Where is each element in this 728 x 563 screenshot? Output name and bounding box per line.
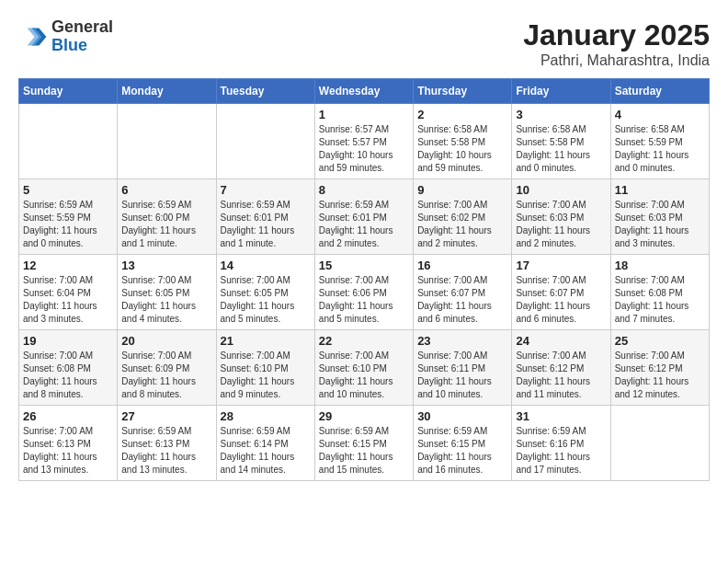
header-day-thursday: Thursday [414, 79, 512, 104]
day-number: 9 [417, 183, 507, 197]
day-number: 13 [121, 259, 211, 272]
calendar-cell: 17Sunrise: 7:00 AM Sunset: 6:07 PM Dayli… [512, 255, 610, 330]
day-info: Sunrise: 6:58 AM Sunset: 5:58 PM Dayligh… [417, 123, 507, 175]
calendar-title: January 2025 [523, 18, 710, 52]
title-block: January 2025 Pathri, Maharashtra, India [523, 18, 710, 69]
header-day-wednesday: Wednesday [314, 79, 413, 104]
day-info: Sunrise: 7:00 AM Sunset: 6:09 PM Dayligh… [121, 350, 211, 401]
day-info: Sunrise: 7:00 AM Sunset: 6:07 PM Dayligh… [417, 274, 507, 326]
calendar-cell: 22Sunrise: 7:00 AM Sunset: 6:10 PM Dayli… [314, 330, 413, 406]
day-info: Sunrise: 7:00 AM Sunset: 6:04 PM Dayligh… [23, 274, 113, 326]
day-number: 17 [516, 259, 606, 272]
day-info: Sunrise: 6:59 AM Sunset: 6:01 PM Dayligh… [221, 199, 311, 250]
calendar-cell: 25Sunrise: 7:00 AM Sunset: 6:12 PM Dayli… [610, 330, 709, 406]
day-number: 22 [319, 334, 409, 348]
calendar-cell: 31Sunrise: 6:59 AM Sunset: 6:16 PM Dayli… [512, 406, 610, 481]
day-number: 4 [615, 108, 705, 121]
day-info: Sunrise: 7:00 AM Sunset: 6:12 PM Dayligh… [516, 350, 606, 401]
day-number: 27 [121, 409, 211, 423]
day-info: Sunrise: 6:59 AM Sunset: 6:01 PM Dayligh… [319, 199, 409, 250]
day-info: Sunrise: 6:59 AM Sunset: 6:15 PM Dayligh… [319, 425, 409, 477]
day-info: Sunrise: 7:00 AM Sunset: 6:03 PM Dayligh… [615, 199, 705, 250]
day-info: Sunrise: 6:59 AM Sunset: 5:59 PM Dayligh… [23, 199, 113, 250]
logo-icon [18, 22, 48, 52]
calendar-cell: 23Sunrise: 7:00 AM Sunset: 6:11 PM Dayli… [414, 330, 512, 406]
logo: General Blue [18, 18, 113, 55]
header-day-sunday: Sunday [19, 79, 118, 104]
calendar-header-row: SundayMondayTuesdayWednesdayThursdayFrid… [19, 79, 710, 104]
calendar-cell [19, 104, 118, 179]
calendar-cell: 1Sunrise: 6:57 AM Sunset: 5:57 PM Daylig… [314, 104, 413, 179]
calendar-cell: 21Sunrise: 7:00 AM Sunset: 6:10 PM Dayli… [216, 330, 314, 406]
day-number: 16 [417, 259, 507, 272]
day-info: Sunrise: 6:57 AM Sunset: 5:57 PM Dayligh… [319, 123, 409, 175]
day-info: Sunrise: 7:00 AM Sunset: 6:05 PM Dayligh… [121, 274, 211, 326]
calendar-cell: 9Sunrise: 7:00 AM Sunset: 6:02 PM Daylig… [414, 179, 512, 255]
logo-general-text: General [51, 18, 113, 37]
calendar-cell: 24Sunrise: 7:00 AM Sunset: 6:12 PM Dayli… [512, 330, 610, 406]
calendar-week-3: 12Sunrise: 7:00 AM Sunset: 6:04 PM Dayli… [19, 255, 710, 330]
day-info: Sunrise: 7:00 AM Sunset: 6:10 PM Dayligh… [221, 350, 311, 401]
calendar-cell: 3Sunrise: 6:58 AM Sunset: 5:58 PM Daylig… [512, 104, 610, 179]
day-number: 31 [516, 409, 606, 423]
calendar-cell: 14Sunrise: 7:00 AM Sunset: 6:05 PM Dayli… [216, 255, 314, 330]
calendar-week-2: 5Sunrise: 6:59 AM Sunset: 5:59 PM Daylig… [19, 179, 710, 255]
calendar-cell: 11Sunrise: 7:00 AM Sunset: 6:03 PM Dayli… [610, 179, 709, 255]
day-info: Sunrise: 7:00 AM Sunset: 6:02 PM Dayligh… [417, 199, 507, 250]
calendar-cell [610, 406, 709, 481]
day-info: Sunrise: 6:59 AM Sunset: 6:14 PM Dayligh… [221, 425, 311, 477]
day-number: 5 [23, 183, 113, 197]
logo-blue-text: Blue [51, 37, 113, 55]
calendar-cell: 26Sunrise: 7:00 AM Sunset: 6:13 PM Dayli… [19, 406, 118, 481]
calendar-cell: 30Sunrise: 6:59 AM Sunset: 6:15 PM Dayli… [414, 406, 512, 481]
calendar-cell: 27Sunrise: 6:59 AM Sunset: 6:13 PM Dayli… [118, 406, 216, 481]
page-header: General Blue January 2025 Pathri, Mahara… [18, 18, 710, 69]
day-number: 10 [516, 183, 606, 197]
day-info: Sunrise: 6:59 AM Sunset: 6:00 PM Dayligh… [121, 199, 211, 250]
calendar-cell: 20Sunrise: 7:00 AM Sunset: 6:09 PM Dayli… [118, 330, 216, 406]
day-info: Sunrise: 7:00 AM Sunset: 6:12 PM Dayligh… [615, 350, 705, 401]
day-number: 21 [221, 334, 311, 348]
day-info: Sunrise: 6:58 AM Sunset: 5:59 PM Dayligh… [615, 123, 705, 175]
calendar-cell: 15Sunrise: 7:00 AM Sunset: 6:06 PM Dayli… [314, 255, 413, 330]
header-day-friday: Friday [512, 79, 610, 104]
header-day-tuesday: Tuesday [216, 79, 314, 104]
day-info: Sunrise: 7:00 AM Sunset: 6:08 PM Dayligh… [615, 274, 705, 326]
calendar-body: 1Sunrise: 6:57 AM Sunset: 5:57 PM Daylig… [19, 104, 710, 481]
day-number: 12 [23, 259, 113, 272]
day-info: Sunrise: 7:00 AM Sunset: 6:05 PM Dayligh… [221, 274, 311, 326]
calendar-cell: 18Sunrise: 7:00 AM Sunset: 6:08 PM Dayli… [610, 255, 709, 330]
calendar-table: SundayMondayTuesdayWednesdayThursdayFrid… [18, 78, 710, 481]
day-number: 6 [121, 183, 211, 197]
calendar-subtitle: Pathri, Maharashtra, India [523, 52, 710, 69]
day-info: Sunrise: 7:00 AM Sunset: 6:03 PM Dayligh… [516, 199, 606, 250]
calendar-cell: 5Sunrise: 6:59 AM Sunset: 5:59 PM Daylig… [19, 179, 118, 255]
day-number: 15 [319, 259, 409, 272]
day-info: Sunrise: 6:58 AM Sunset: 5:58 PM Dayligh… [516, 123, 606, 175]
day-number: 25 [615, 334, 705, 348]
day-info: Sunrise: 6:59 AM Sunset: 6:13 PM Dayligh… [121, 425, 211, 477]
day-number: 7 [221, 183, 311, 197]
calendar-week-4: 19Sunrise: 7:00 AM Sunset: 6:08 PM Dayli… [19, 330, 710, 406]
calendar-cell: 12Sunrise: 7:00 AM Sunset: 6:04 PM Dayli… [19, 255, 118, 330]
calendar-cell [216, 104, 314, 179]
day-number: 30 [417, 409, 507, 423]
day-number: 19 [23, 334, 113, 348]
calendar-cell: 8Sunrise: 6:59 AM Sunset: 6:01 PM Daylig… [314, 179, 413, 255]
calendar-week-1: 1Sunrise: 6:57 AM Sunset: 5:57 PM Daylig… [19, 104, 710, 179]
day-number: 8 [319, 183, 409, 197]
day-number: 26 [23, 409, 113, 423]
calendar-cell: 10Sunrise: 7:00 AM Sunset: 6:03 PM Dayli… [512, 179, 610, 255]
calendar-cell: 2Sunrise: 6:58 AM Sunset: 5:58 PM Daylig… [414, 104, 512, 179]
calendar-cell: 19Sunrise: 7:00 AM Sunset: 6:08 PM Dayli… [19, 330, 118, 406]
day-info: Sunrise: 6:59 AM Sunset: 6:15 PM Dayligh… [417, 425, 507, 477]
day-number: 14 [221, 259, 311, 272]
day-info: Sunrise: 7:00 AM Sunset: 6:10 PM Dayligh… [319, 350, 409, 401]
day-info: Sunrise: 7:00 AM Sunset: 6:06 PM Dayligh… [319, 274, 409, 326]
day-number: 24 [516, 334, 606, 348]
header-day-monday: Monday [118, 79, 216, 104]
calendar-cell: 28Sunrise: 6:59 AM Sunset: 6:14 PM Dayli… [216, 406, 314, 481]
day-number: 29 [319, 409, 409, 423]
calendar-week-5: 26Sunrise: 7:00 AM Sunset: 6:13 PM Dayli… [19, 406, 710, 481]
day-number: 11 [615, 183, 705, 197]
